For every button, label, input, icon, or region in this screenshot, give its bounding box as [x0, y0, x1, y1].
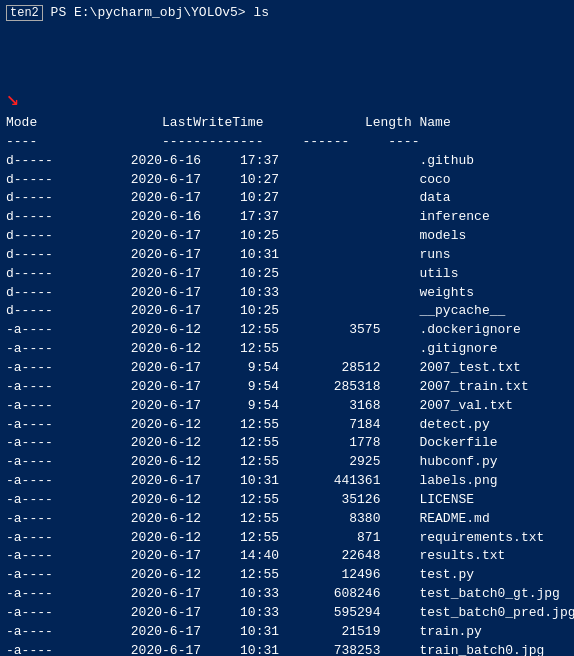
table-separator: ---- ------------- ------ ---- [6, 132, 568, 152]
table-row: -a---- 2020-6-17 10:33 595294 test_batch… [6, 604, 568, 623]
table-row: d----- 2020-6-16 17:37 inference [6, 208, 568, 227]
terminal-window: ten2 PS E:\pycharm_obj\YOLOv5> ls ↘ Mode… [0, 0, 574, 656]
table-row: -a---- 2020-6-12 12:55 1778 Dockerfile [6, 434, 568, 453]
prompt-text-top: PS E:\pycharm_obj\YOLOv5> ls [43, 5, 269, 20]
table-row: d----- 2020-6-17 10:33 weights [6, 284, 568, 303]
table-row: -a---- 2020-6-17 14:40 22648 results.txt [6, 547, 568, 566]
table-row: -a---- 2020-6-17 9:54 285318 2007_train.… [6, 378, 568, 397]
table-row: -a---- 2020-6-17 9:54 3168 2007_val.txt [6, 397, 568, 416]
dir-label [6, 24, 568, 83]
table-row: -a---- 2020-6-17 10:31 21519 train.py [6, 623, 568, 642]
table-row: -a---- 2020-6-12 12:55 871 requirements.… [6, 529, 568, 548]
env-tag: ten2 [6, 5, 43, 21]
table-row: d----- 2020-6-17 10:25 utils [6, 265, 568, 284]
table-row: -a---- 2020-6-12 12:55 12496 test.py [6, 566, 568, 585]
table-row: -a---- 2020-6-12 12:55 .gitignore [6, 340, 568, 359]
col-lastwrite: LastWriteTime [162, 115, 334, 130]
table-row: d----- 2020-6-17 10:31 runs [6, 246, 568, 265]
table-row: d----- 2020-6-16 17:37 .github [6, 152, 568, 171]
file-list: d----- 2020-6-16 17:37 .githubd----- 202… [6, 152, 568, 656]
table-row: -a---- 2020-6-17 10:31 441361 labels.png [6, 472, 568, 491]
table-row: -a---- 2020-6-12 12:55 3575 .dockerignor… [6, 321, 568, 340]
prompt-line-top: ten2 PS E:\pycharm_obj\YOLOv5> ls [6, 4, 568, 22]
table-row: d----- 2020-6-17 10:27 data [6, 189, 568, 208]
col-length: Length [334, 115, 420, 130]
table-header: Mode LastWriteTime Length Name [6, 113, 568, 133]
table-row: -a---- 2020-6-17 10:33 608246 test_batch… [6, 585, 568, 604]
table-row: -a---- 2020-6-12 12:55 35126 LICENSE [6, 491, 568, 510]
table-row: -a---- 2020-6-12 12:55 8380 README.md [6, 510, 568, 529]
col-mode: Mode [6, 115, 162, 130]
table-row: -a---- 2020-6-17 10:31 738253 train_batc… [6, 642, 568, 656]
table-row: -a---- 2020-6-17 9:54 28512 2007_test.tx… [6, 359, 568, 378]
table-row: d----- 2020-6-17 10:25 models [6, 227, 568, 246]
table-row: d----- 2020-6-17 10:27 coco [6, 171, 568, 190]
table-row: d----- 2020-6-17 10:25 __pycache__ [6, 302, 568, 321]
table-row: -a---- 2020-6-12 12:55 2925 hubconf.py [6, 453, 568, 472]
warning-section: ↘ [6, 85, 568, 112]
col-name: Name [420, 115, 451, 130]
arrow-icon: ↘ [6, 85, 19, 112]
table-row: -a---- 2020-6-12 12:55 7184 detect.py [6, 416, 568, 435]
